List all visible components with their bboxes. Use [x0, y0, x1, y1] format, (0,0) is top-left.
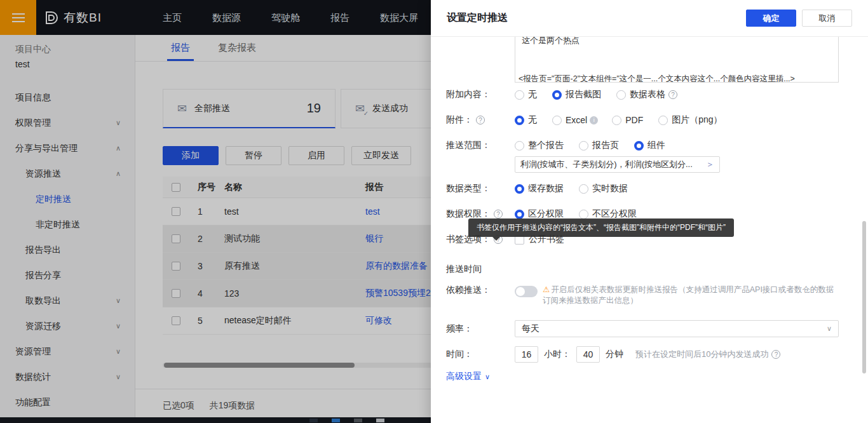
radio-dot: [515, 90, 524, 100]
send-time-hint: 预计在设定时间后10分钟内发送成功: [635, 349, 768, 360]
radio-realtime-data[interactable]: 实时数据: [579, 183, 628, 194]
chevron-down-icon: ∨: [485, 373, 490, 381]
radio-component[interactable]: 组件: [634, 140, 665, 151]
info-icon[interactable]: i: [590, 116, 598, 124]
attachment-label: 附件：?: [446, 114, 515, 126]
drawer-body: 这个是两个热点 <报告页="页面-2"文本组件="这个是一...个文本内容这个.…: [431, 37, 868, 423]
attach-content-label: 附加内容：: [446, 89, 515, 100]
radio-report-page[interactable]: 报告页: [579, 140, 619, 151]
radio-dot: [579, 184, 588, 194]
radio-image-png[interactable]: 图片（png）: [658, 114, 722, 126]
radio-report-screenshot[interactable]: 报告截图: [552, 89, 601, 100]
chevron-right-icon: ＞: [706, 159, 714, 170]
radio-dot: [552, 90, 562, 100]
radio-dot: [579, 141, 588, 151]
radio-cached-data[interactable]: 缓存数据: [515, 183, 564, 194]
push-text-editor[interactable]: 这个是两个热点 <报告页="页面-2"文本组件="这个是一...个文本内容这个.…: [515, 37, 839, 83]
confirm-button[interactable]: 确定: [746, 10, 796, 27]
warning-icon: ⚠: [543, 285, 550, 294]
radio-dot: [515, 184, 524, 194]
time-label: 时间：: [446, 349, 515, 360]
bookmark-tooltip: 书签仅作用于推送内容的“报告文本”、“报告截图”和附件中的“PDF”和“图片”: [468, 218, 734, 237]
frequency-value: 每天: [522, 323, 539, 335]
data-type-label: 数据类型：: [446, 183, 515, 194]
chevron-down-icon: ∨: [827, 325, 832, 333]
radio-dot: [612, 116, 621, 125]
push-time-section-title: 推送时间: [446, 262, 853, 276]
radio-dot: [515, 210, 524, 219]
component-selector[interactable]: 利润(按城市、子类别划分)，利润(按地区划分... ＞: [515, 156, 720, 173]
drawer-title: 设置定时推送: [447, 11, 508, 25]
modal-overlay[interactable]: [0, 0, 431, 423]
editor-text-line: 这个是两个热点: [522, 37, 580, 46]
help-icon[interactable]: ?: [476, 116, 485, 124]
radio-attachment-none[interactable]: 无: [515, 114, 537, 126]
push-scope-row: 推送范围： 整个报告 报告页 组件: [446, 138, 853, 152]
advanced-settings-link[interactable]: 高级设置 ∨: [446, 371, 490, 382]
radio-data-table[interactable]: 数据表格: [616, 89, 665, 100]
component-selection-value: 利润(按城市、子类别划分)，利润(按地区划分...: [520, 159, 702, 170]
radio-dot: [658, 116, 668, 125]
dependency-toggle[interactable]: [515, 286, 538, 297]
time-row: 时间： 小时： 分钟 预计在设定时间后10分钟内发送成功 ?: [446, 346, 853, 363]
minute-unit-label: 分钟: [606, 349, 623, 360]
radio-pdf[interactable]: PDF: [612, 115, 643, 125]
app-screen: 有数BI 主页 数据源 驾驶舱 报告 数据大屏 数据门户 项目中心 test 项…: [0, 0, 868, 423]
frequency-label: 频率：: [446, 323, 515, 335]
radio-excel[interactable]: Excel: [552, 115, 587, 125]
attachment-row: 附件：? 无 Excel i PDF 图片（png）: [446, 113, 853, 127]
radio-dot: [579, 210, 588, 219]
schedule-push-drawer: 设置定时推送 确定 取消 这个是两个热点 <报告页="页面-2"文本组件="这个…: [431, 0, 868, 423]
radio-dot: [634, 141, 644, 151]
dependency-warning: ⚠开启后仅相关表数据更新时推送报告（支持通过调用产品API接口或者数仓的数据订阅…: [543, 285, 841, 306]
minute-input[interactable]: [576, 346, 600, 363]
radio-whole-report[interactable]: 整个报告: [515, 140, 564, 151]
help-icon[interactable]: ?: [771, 350, 780, 359]
frequency-select[interactable]: 每天 ∨: [515, 320, 839, 337]
dependency-label: 依赖推送：: [446, 285, 515, 296]
radio-dot: [552, 116, 562, 125]
dependency-push-row: 依赖推送： ⚠开启后仅相关表数据更新时推送报告（支持通过调用产品API接口或者数…: [446, 285, 853, 306]
hour-input[interactable]: [515, 346, 538, 363]
drawer-actions: 确定 取消: [746, 10, 852, 27]
radio-attach-content-none[interactable]: 无: [515, 89, 537, 100]
drawer-header: 设置定时推送 确定 取消: [431, 0, 868, 37]
vertical-scrollbar-thumb[interactable]: [862, 221, 866, 373]
attach-content-row: 附加内容： 无 报告截图 数据表格 ?: [446, 88, 853, 102]
data-type-row: 数据类型： 缓存数据 实时数据: [446, 182, 853, 196]
push-scope-label: 推送范围：: [446, 140, 515, 151]
hour-unit-label: 小时：: [544, 349, 571, 360]
editor-text-line: <报告页="页面-2"文本组件="这个是一...个文本内容这个...个颜色内容这…: [519, 74, 835, 83]
cancel-button[interactable]: 取消: [802, 10, 852, 27]
help-icon[interactable]: ?: [668, 90, 677, 99]
radio-dot: [515, 141, 524, 151]
radio-dot: [616, 90, 626, 100]
frequency-row: 频率： 每天 ∨: [446, 320, 853, 337]
help-icon[interactable]: ?: [494, 210, 503, 218]
radio-dot: [515, 116, 524, 125]
